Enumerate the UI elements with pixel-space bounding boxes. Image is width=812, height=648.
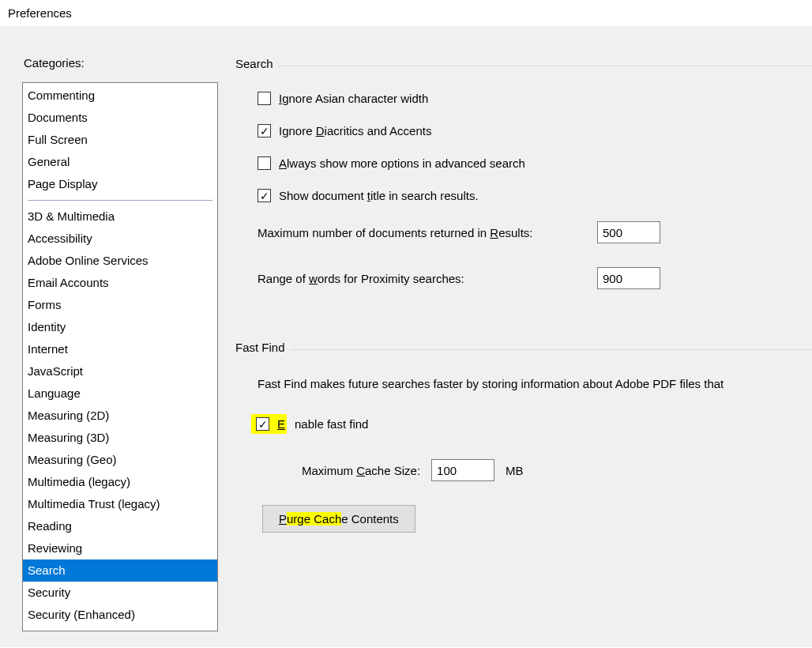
category-security-enhanced[interactable]: Security (Enhanced) [23, 604, 217, 626]
fast-find-group: Fast Find Fast Find makes future searche… [235, 349, 812, 556]
enable-fast-find-row: E nable fast find [251, 414, 812, 434]
category-measuring-geo[interactable]: Measuring (Geo) [23, 449, 217, 471]
categories-label: Categories: [24, 56, 218, 70]
search-group: Search Ignore Asian character width Igno… [235, 66, 812, 321]
cache-size-unit: MB [506, 464, 524, 477]
category-measuring-3d[interactable]: Measuring (3D) [23, 427, 217, 449]
category-general[interactable]: General [23, 151, 217, 173]
category-javascript[interactable]: JavaScript [23, 360, 217, 382]
ignore-diacritics-row: Ignore Diacritics and Accents [258, 124, 812, 138]
ignore-diacritics-checkbox[interactable] [258, 124, 271, 138]
window-title: Preferences [0, 0, 812, 26]
purge-cache-button[interactable]: Purge Cache Contents [262, 505, 415, 533]
category-security[interactable]: Security [23, 582, 217, 604]
categories-listbox[interactable]: Commenting Documents Full Screen General… [22, 82, 218, 631]
cache-size-label: Maximum Cache Size: [302, 464, 420, 477]
category-accessibility[interactable]: Accessibility [23, 228, 217, 250]
show-title-row: Show document title in search results. [258, 189, 812, 202]
ignore-asian-checkbox[interactable] [258, 92, 271, 105]
cache-size-row: Maximum Cache Size: MB [302, 459, 812, 481]
category-forms[interactable]: Forms [23, 294, 217, 316]
category-page-display[interactable]: Page Display [23, 173, 217, 195]
always-show-checkbox[interactable] [258, 156, 271, 170]
max-docs-label: Maximum number of documents returned in … [258, 226, 597, 239]
category-reviewing[interactable]: Reviewing [23, 537, 217, 559]
enable-fast-find-highlight: E [251, 414, 287, 434]
fast-find-group-title: Fast Find [235, 341, 290, 354]
always-show-row: Always show more options in advanced sea… [258, 156, 812, 170]
category-commenting[interactable]: Commenting [23, 85, 217, 107]
show-title-label[interactable]: Show document title in search results. [279, 189, 479, 202]
category-measuring-2d[interactable]: Measuring (2D) [23, 405, 217, 427]
category-multimedia-trust-legacy[interactable]: Multimedia Trust (legacy) [23, 493, 217, 515]
category-search[interactable]: Search [23, 559, 217, 582]
search-group-title: Search [235, 57, 278, 70]
category-documents[interactable]: Documents [23, 107, 217, 129]
category-3d-multimedia[interactable]: 3D & Multimedia [23, 205, 217, 228]
ignore-diacritics-label[interactable]: Ignore Diacritics and Accents [279, 124, 431, 138]
max-docs-input[interactable] [597, 221, 660, 243]
category-language[interactable]: Language [23, 382, 217, 405]
category-adobe-online-services[interactable]: Adobe Online Services [23, 250, 217, 272]
category-identity[interactable]: Identity [23, 316, 217, 338]
dialog-body: Categories: Commenting Documents Full Sc… [0, 26, 812, 647]
proximity-row: Range of words for Proximity searches: [258, 267, 812, 289]
proximity-input[interactable] [597, 267, 660, 289]
category-multimedia-legacy[interactable]: Multimedia (legacy) [23, 471, 217, 493]
settings-panel: Search Ignore Asian character width Igno… [235, 42, 812, 647]
category-reading[interactable]: Reading [23, 515, 217, 537]
cache-size-input[interactable] [431, 459, 494, 481]
always-show-label[interactable]: Always show more options in advanced sea… [279, 156, 525, 170]
category-separator [28, 200, 212, 201]
fast-find-description: Fast Find makes future searches faster b… [258, 377, 812, 390]
max-docs-row: Maximum number of documents returned in … [258, 221, 812, 243]
categories-column: Categories: Commenting Documents Full Sc… [22, 42, 218, 647]
show-title-checkbox[interactable] [258, 189, 271, 202]
ignore-asian-row: Ignore Asian character width [258, 92, 812, 105]
enable-fast-find-label-part2[interactable]: nable fast find [295, 417, 368, 431]
category-internet[interactable]: Internet [23, 338, 217, 360]
enable-fast-find-checkbox[interactable] [256, 417, 269, 431]
category-email-accounts[interactable]: Email Accounts [23, 272, 217, 294]
category-full-screen[interactable]: Full Screen [23, 129, 217, 151]
enable-fast-find-label-part1[interactable]: E [277, 417, 285, 431]
ignore-asian-label[interactable]: Ignore Asian character width [279, 92, 428, 105]
proximity-label: Range of words for Proximity searches: [258, 272, 597, 285]
